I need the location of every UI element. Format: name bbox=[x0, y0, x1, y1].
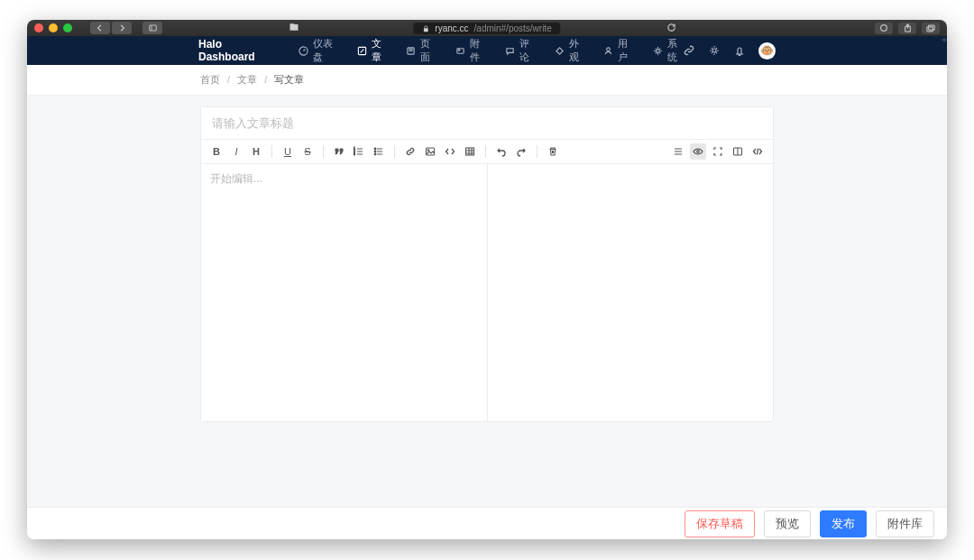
heading-button[interactable]: H bbox=[248, 143, 264, 160]
italic-button[interactable]: I bbox=[228, 143, 244, 160]
editor-toolbar: B I H U S 123 bbox=[201, 140, 773, 164]
breadcrumb-item[interactable]: 文章 bbox=[237, 74, 257, 85]
preview-pane bbox=[487, 164, 774, 421]
browser-forward-button[interactable] bbox=[112, 22, 132, 34]
svg-point-18 bbox=[374, 151, 376, 152]
url-host: ryanc.cc bbox=[435, 23, 468, 33]
markdown-textarea[interactable] bbox=[201, 164, 487, 421]
underline-button[interactable]: U bbox=[280, 143, 296, 160]
browser-refresh-button[interactable] bbox=[666, 23, 676, 35]
svg-rect-0 bbox=[149, 25, 156, 31]
svg-point-23 bbox=[697, 151, 700, 153]
new-tab-button[interactable]: ＋ bbox=[940, 33, 947, 46]
reader-button[interactable] bbox=[289, 22, 299, 35]
fullscreen-button[interactable] bbox=[710, 143, 726, 160]
nav-label: 用户 bbox=[618, 37, 633, 64]
content: 首页 / 文章 / 写文章 B I H U S 123 bbox=[27, 65, 947, 539]
nav-system[interactable]: 系统 bbox=[653, 37, 683, 64]
maximize-window-button[interactable] bbox=[63, 23, 72, 32]
link-button[interactable] bbox=[402, 143, 418, 160]
breadcrumb-item[interactable]: 首页 bbox=[200, 74, 220, 85]
footer-bar: 保存草稿 预览 发布 附件库 bbox=[27, 507, 947, 539]
svg-rect-4 bbox=[927, 26, 933, 31]
gear-icon bbox=[653, 46, 663, 56]
breadcrumb: 首页 / 文章 / 写文章 bbox=[27, 65, 947, 96]
svg-point-12 bbox=[657, 49, 660, 52]
breadcrumb-item: 写文章 bbox=[274, 74, 304, 85]
edit-icon bbox=[357, 46, 367, 56]
nav-dashboard[interactable]: 仪表盘 bbox=[299, 37, 336, 64]
nav-comments[interactable]: 评论 bbox=[505, 37, 535, 64]
nav-users[interactable]: 用户 bbox=[603, 37, 633, 64]
svg-point-10 bbox=[459, 49, 460, 50]
titlebar: ryanc.cc/admin#/posts/write ＋ bbox=[27, 20, 947, 36]
comment-icon bbox=[505, 46, 515, 56]
code-button[interactable] bbox=[442, 143, 458, 160]
address-bar[interactable]: ryanc.cc/admin#/posts/write bbox=[413, 23, 560, 34]
ol-button[interactable]: 123 bbox=[351, 143, 367, 160]
settings-icon[interactable] bbox=[708, 44, 721, 57]
nav-label: 仪表盘 bbox=[313, 37, 336, 64]
save-draft-button[interactable]: 保存草稿 bbox=[685, 510, 755, 537]
tabs-button[interactable] bbox=[922, 23, 940, 34]
window-controls bbox=[34, 23, 72, 32]
editor-pane[interactable] bbox=[201, 164, 487, 421]
app-navbar: Halo Dashboard 仪表盘 文章 页面 附件 评论 bbox=[27, 36, 947, 65]
user-icon bbox=[603, 46, 613, 56]
sidebar-toggle-button[interactable] bbox=[142, 22, 162, 34]
bell-icon[interactable] bbox=[733, 44, 746, 57]
svg-point-17 bbox=[374, 148, 376, 150]
svg-point-2 bbox=[881, 25, 887, 32]
outline-button[interactable] bbox=[670, 143, 686, 160]
svg-point-13 bbox=[712, 49, 716, 52]
avatar[interactable]: 🐵 bbox=[758, 42, 776, 60]
palette-icon bbox=[555, 46, 565, 56]
gauge-icon bbox=[299, 46, 308, 56]
privacy-button[interactable] bbox=[875, 23, 893, 34]
nav-label: 附件 bbox=[470, 37, 485, 64]
image-button[interactable] bbox=[422, 143, 438, 160]
nav-label: 评论 bbox=[519, 37, 535, 64]
svg-point-19 bbox=[374, 153, 376, 155]
post-title-input[interactable] bbox=[201, 107, 773, 140]
close-window-button[interactable] bbox=[34, 23, 43, 32]
attachment-lib-button[interactable]: 附件库 bbox=[876, 510, 934, 537]
share-button[interactable] bbox=[898, 23, 916, 34]
editor: B I H U S 123 bbox=[200, 106, 774, 422]
browser-back-button[interactable] bbox=[90, 22, 110, 34]
nav-posts[interactable]: 文章 bbox=[357, 37, 387, 64]
redo-button[interactable] bbox=[513, 143, 529, 160]
html-button[interactable] bbox=[749, 143, 766, 160]
bold-button[interactable]: B bbox=[208, 143, 225, 160]
publish-button[interactable]: 发布 bbox=[820, 510, 867, 537]
ul-button[interactable] bbox=[371, 143, 387, 160]
nav-label: 系统 bbox=[667, 37, 683, 64]
svg-rect-1 bbox=[424, 28, 428, 32]
lock-icon bbox=[422, 24, 429, 32]
brand: Halo Dashboard bbox=[198, 38, 273, 63]
svg-rect-22 bbox=[466, 148, 474, 155]
svg-rect-5 bbox=[929, 25, 935, 30]
link-icon[interactable] bbox=[683, 44, 695, 57]
minimize-window-button[interactable] bbox=[49, 23, 58, 32]
svg-text:3: 3 bbox=[354, 152, 355, 156]
page-icon bbox=[406, 46, 416, 56]
trash-button[interactable] bbox=[545, 143, 561, 160]
nav-attachments[interactable]: 附件 bbox=[455, 37, 485, 64]
quote-button[interactable] bbox=[331, 143, 347, 160]
split-button[interactable] bbox=[730, 143, 746, 160]
table-button[interactable] bbox=[462, 143, 478, 160]
preview-toggle-button[interactable] bbox=[690, 143, 706, 160]
nav-pages[interactable]: 页面 bbox=[406, 37, 436, 64]
preview-button[interactable]: 预览 bbox=[764, 510, 811, 537]
nav-label: 页面 bbox=[420, 37, 436, 64]
nav-appearance[interactable]: 外观 bbox=[555, 37, 584, 64]
svg-point-11 bbox=[607, 47, 611, 50]
strike-button[interactable]: S bbox=[299, 143, 316, 160]
svg-point-21 bbox=[427, 150, 429, 151]
undo-button[interactable] bbox=[493, 143, 510, 160]
url-path: /admin#/posts/write bbox=[474, 23, 552, 33]
nav-label: 外观 bbox=[569, 37, 584, 64]
attachment-icon bbox=[455, 46, 465, 56]
nav-label: 文章 bbox=[372, 37, 387, 64]
